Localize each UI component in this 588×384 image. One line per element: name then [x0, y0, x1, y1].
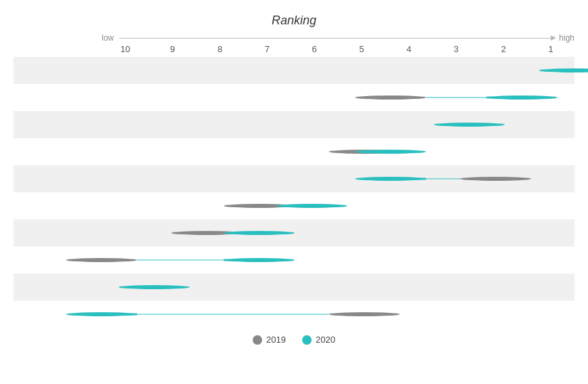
dot-2020 [434, 123, 505, 127]
chart-row: Japan [14, 138, 574, 165]
chart-row: Australia [14, 247, 574, 274]
axis-number-3: 3 [433, 44, 480, 54]
legend-dot-2019 [253, 335, 262, 345]
row-track [102, 165, 574, 192]
row-label-canada: Canada [0, 120, 10, 130]
dot-2020 [224, 231, 295, 235]
low-label: low [102, 33, 114, 43]
chart-row: Italy [14, 192, 574, 219]
dot-2019 [329, 312, 400, 316]
dot-2020 [276, 204, 348, 208]
row-svg [102, 274, 574, 301]
row-track [102, 57, 574, 84]
chart-title: Ranking [14, 14, 574, 28]
row-svg [102, 165, 574, 192]
chart-row: Switzerland [14, 219, 574, 247]
dot-2020 [355, 150, 426, 154]
row-track [102, 219, 574, 247]
legend-item-2019: 2019 [253, 335, 286, 345]
legend: 2019 2020 [14, 335, 574, 345]
row-svg [102, 111, 574, 138]
row-label-australia: Australia [0, 255, 10, 265]
axis-number-1: 1 [527, 44, 574, 54]
axis-numbers-row: 10987654321 [14, 44, 574, 54]
row-track [102, 274, 574, 301]
chart-row: France [14, 165, 574, 192]
dot-2019 [460, 177, 531, 181]
legend-item-2020: 2020 [302, 335, 335, 345]
row-track [102, 301, 574, 328]
axis-number-8: 8 [196, 44, 244, 54]
axis-number-5: 5 [338, 44, 385, 54]
dot-2019 [355, 95, 426, 100]
row-label-germany: Germany [0, 66, 10, 76]
dot-2020 [66, 312, 138, 316]
row-label-italy: Italy [0, 201, 10, 211]
chart-row: United Kingdom [14, 84, 574, 111]
row-svg [102, 301, 574, 328]
axis-number-7: 7 [243, 44, 291, 54]
axis-number-10: 10 [102, 44, 149, 54]
row-svg [102, 84, 574, 111]
axis-label-row: low high [14, 33, 574, 43]
axis-arrow-line [119, 38, 553, 39]
row-svg [102, 247, 574, 274]
dot-2020 [119, 285, 190, 289]
legend-dot-2020 [302, 335, 312, 345]
axis-number-2: 2 [480, 44, 527, 54]
row-svg [102, 219, 574, 247]
rows-area: GermanyUnited KingdomCanadaJapanFranceIt… [14, 57, 574, 328]
row-track [102, 84, 574, 111]
dot-2020 [539, 68, 588, 72]
chart-row: United States [14, 301, 574, 328]
row-label-sweden: Sweden [0, 282, 10, 293]
high-label: high [559, 33, 574, 43]
chart-row: Sweden [14, 274, 574, 301]
axis-number-9: 9 [149, 44, 196, 54]
legend-label-2020: 2020 [316, 335, 335, 345]
axis-number-6: 6 [291, 44, 338, 54]
row-label-switzerland: Switzerland [0, 228, 10, 238]
row-label-united-kingdom: United Kingdom [0, 93, 10, 103]
row-label-united-states: United States [0, 310, 10, 320]
row-svg [102, 138, 574, 165]
row-track [102, 247, 574, 274]
dot-2020 [486, 95, 558, 100]
chart-container: Ranking low high 10987654321 GermanyUnit… [0, 0, 588, 384]
legend-label-2019: 2019 [266, 335, 286, 345]
axis-number-4: 4 [385, 44, 433, 54]
dot-2019 [66, 258, 138, 262]
row-svg [102, 57, 574, 84]
row-label-france: France [0, 174, 10, 184]
row-label-japan: Japan [0, 147, 10, 157]
chart-row: Germany [14, 57, 574, 84]
chart-row: Canada [14, 111, 574, 138]
row-track [102, 111, 574, 138]
row-track [102, 138, 574, 165]
row-svg [102, 192, 574, 219]
row-track [102, 192, 574, 219]
dot-2020 [355, 177, 426, 181]
dot-2020 [224, 258, 295, 262]
